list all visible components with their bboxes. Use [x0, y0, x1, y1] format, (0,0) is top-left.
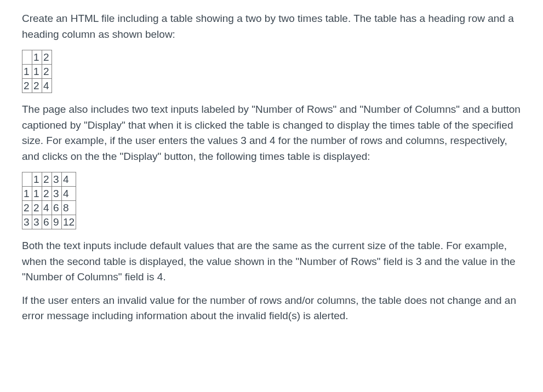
table-cell: 2	[32, 201, 42, 215]
table-cell: 3	[32, 215, 42, 229]
table-cell: 4	[42, 79, 52, 93]
table-cell: 6	[52, 201, 62, 215]
table-cell: 6	[42, 215, 52, 229]
table-row: 3 3 6 9 12	[22, 215, 76, 229]
table-row: 1 2	[22, 50, 52, 65]
table-cell: 1	[32, 172, 42, 187]
table-cell: 3	[52, 187, 62, 201]
times-table-3x4: 1 2 3 4 1 1 2 3 4 2 2 4 6 8 3 3 6 9 12	[22, 172, 76, 229]
table-cell: 1	[22, 187, 32, 201]
table-cell: 3	[22, 215, 32, 229]
table-cell	[22, 172, 32, 187]
table-cell: 1	[32, 50, 42, 65]
table-cell: 4	[42, 201, 52, 215]
table-cell: 3	[52, 172, 62, 187]
table-cell	[22, 50, 32, 65]
table-cell: 4	[62, 187, 76, 201]
table-cell: 2	[32, 79, 42, 93]
table-cell: 4	[62, 172, 76, 187]
table-cell: 2	[42, 50, 52, 65]
table-cell: 2	[42, 65, 52, 79]
table-cell: 2	[42, 172, 52, 187]
inputs-description-paragraph: The page also includes two text inputs l…	[22, 102, 521, 164]
table-cell: 2	[42, 187, 52, 201]
table-row: 2 2 4	[22, 79, 52, 93]
table-cell: 2	[22, 201, 32, 215]
intro-paragraph: Create an HTML file including a table sh…	[22, 11, 521, 42]
defaults-description-paragraph: Both the text inputs include default val…	[22, 238, 521, 285]
table-cell: 12	[62, 215, 76, 229]
table-cell: 1	[22, 65, 32, 79]
table-row: 1 1 2 3 4	[22, 187, 76, 201]
table-row: 1 2 3 4	[22, 172, 76, 187]
table-row: 1 1 2	[22, 65, 52, 79]
table-row: 2 2 4 6 8	[22, 201, 76, 215]
table-cell: 1	[32, 187, 42, 201]
error-description-paragraph: If the user enters an invalid value for …	[22, 293, 521, 324]
table-cell: 9	[52, 215, 62, 229]
table-cell: 8	[62, 201, 76, 215]
table-cell: 1	[32, 65, 42, 79]
times-table-2x2: 1 2 1 1 2 2 2 4	[22, 50, 52, 93]
table-cell: 2	[22, 79, 32, 93]
